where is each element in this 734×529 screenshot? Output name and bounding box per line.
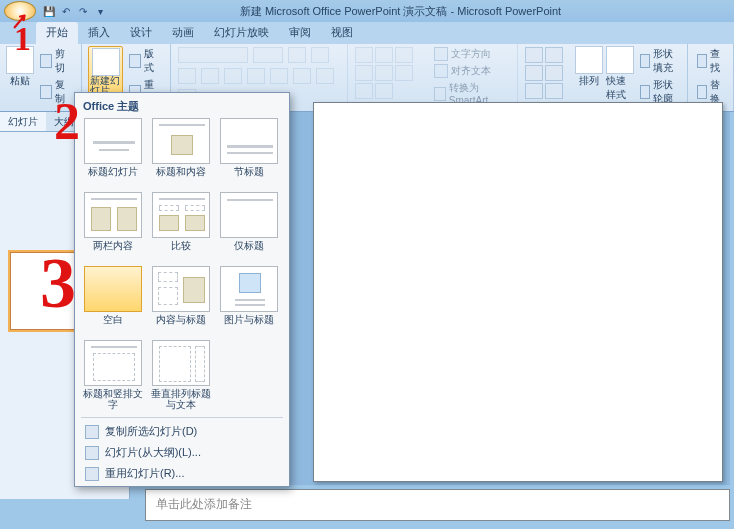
outline-icon [85, 446, 99, 460]
slide-editor[interactable] [313, 102, 723, 482]
layout-section-header[interactable]: 节标题 [215, 118, 283, 188]
align-center-icon[interactable] [395, 65, 413, 81]
shadow-icon[interactable] [270, 68, 288, 84]
gallery-separator [81, 417, 283, 418]
arrange-button[interactable]: 排列 [575, 46, 603, 88]
layout-content-caption[interactable]: 内容与标题 [147, 266, 215, 336]
new-slide-icon [92, 48, 120, 76]
find-button[interactable]: 查找 [694, 46, 727, 76]
layout-two-content[interactable]: 两栏内容 [79, 192, 147, 262]
spacing-icon[interactable] [293, 68, 311, 84]
quick-access-toolbar: 💾 ↶ ↷ ▾ [42, 4, 107, 18]
layout-blank[interactable]: 空白 [79, 266, 147, 336]
text-direction-button[interactable]: 文字方向 [431, 46, 511, 62]
copy-button[interactable]: 复制 [37, 77, 75, 107]
menu-reuse-slides[interactable]: 重用幻灯片(R)... [79, 463, 285, 484]
tab-view[interactable]: 视图 [321, 22, 363, 44]
case-icon[interactable] [316, 68, 334, 84]
text-direction-icon [434, 47, 448, 61]
align-text-icon [434, 64, 448, 78]
layout-comparison[interactable]: 比较 [147, 192, 215, 262]
bold-icon[interactable] [178, 68, 196, 84]
shape-fill-icon [640, 54, 650, 68]
shape-rect-icon[interactable] [545, 47, 563, 63]
font-size-box[interactable] [253, 47, 283, 63]
arrange-icon [575, 46, 603, 74]
columns-icon[interactable] [375, 83, 393, 99]
quick-styles-icon [606, 46, 634, 74]
layout-picture-caption[interactable]: 图片与标题 [215, 266, 283, 336]
shape-more-icon[interactable] [545, 83, 563, 99]
tab-review[interactable]: 审阅 [279, 22, 321, 44]
cut-icon [40, 54, 52, 68]
font-family-box[interactable] [178, 47, 248, 63]
italic-icon[interactable] [201, 68, 219, 84]
paste-button[interactable]: 粘贴 [6, 46, 34, 88]
layout-button[interactable]: 版式 [126, 46, 164, 76]
tab-slideshow[interactable]: 幻灯片放映 [204, 22, 279, 44]
layout-vertical-title-text[interactable]: 垂直排列标题与文本 [147, 340, 215, 410]
qat-dropdown-icon[interactable]: ▾ [93, 4, 107, 18]
shape-fill-button[interactable]: 形状填充 [637, 46, 681, 76]
group-paragraph: 文字方向 对齐文本 转换为 SmartArt 段落 [348, 44, 518, 111]
window-title: 新建 Microsoft Office PowerPoint 演示文稿 - Mi… [107, 4, 734, 19]
redo-icon[interactable]: ↷ [76, 4, 90, 18]
notes-pane[interactable]: 单击此处添加备注 [145, 489, 730, 521]
tab-insert[interactable]: 插入 [78, 22, 120, 44]
align-right-icon[interactable] [355, 83, 373, 99]
title-bar: 💾 ↶ ↷ ▾ 新建 Microsoft Office PowerPoint 演… [0, 0, 734, 22]
save-icon[interactable]: 💾 [42, 4, 56, 18]
undo-icon[interactable]: ↶ [59, 4, 73, 18]
group-drawing: 排列 快速样式 形状填充 形状轮廓 形状效果 绘图 [518, 44, 688, 111]
shape-arrow-icon[interactable] [525, 65, 543, 81]
layout-icon [129, 54, 141, 68]
gallery-title: Office 主题 [79, 97, 285, 118]
copy-icon [40, 85, 52, 99]
paste-icon [6, 46, 34, 74]
shape-brace-icon[interactable] [525, 83, 543, 99]
underline-icon[interactable] [224, 68, 242, 84]
new-slide-gallery: Office 主题 标题幻灯片 标题和内容 节标题 两栏内容 比较 仅标题 空白 [74, 92, 290, 487]
shape-oval-icon[interactable] [545, 65, 563, 81]
align-left-icon[interactable] [375, 65, 393, 81]
shape-outline-icon [640, 85, 650, 99]
numbering-icon[interactable] [375, 47, 393, 63]
layout-title-content[interactable]: 标题和内容 [147, 118, 215, 188]
bullets-icon[interactable] [355, 47, 373, 63]
gallery-grid: 标题幻灯片 标题和内容 节标题 两栏内容 比较 仅标题 空白 内容与标题 [79, 118, 285, 414]
tab-design[interactable]: 设计 [120, 22, 162, 44]
paste-label: 粘贴 [10, 74, 30, 88]
layout-title-vertical-text[interactable]: 标题和竖排文字 [79, 340, 147, 410]
cut-button[interactable]: 剪切 [37, 46, 75, 76]
menu-duplicate-slides[interactable]: 复制所选幻灯片(D) [79, 421, 285, 442]
layout-title-only[interactable]: 仅标题 [215, 192, 283, 262]
align-text-button[interactable]: 对齐文本 [431, 63, 511, 79]
tab-home[interactable]: 开始 [36, 22, 78, 44]
smartart-icon [434, 87, 446, 101]
shape-line-icon[interactable] [525, 47, 543, 63]
office-button[interactable] [4, 1, 36, 21]
menu-slides-from-outline[interactable]: 幻灯片(从大纲)(L)... [79, 442, 285, 463]
replace-icon [697, 85, 707, 99]
shrink-font-icon[interactable] [311, 47, 329, 63]
find-icon [697, 54, 707, 68]
new-slide-button[interactable]: 新建幻灯片 [88, 46, 123, 98]
group-editing: 查找 替换 选择 编辑 [688, 44, 734, 111]
group-clipboard: 粘贴 剪切 复制 格式刷 剪贴板 [0, 44, 82, 111]
ribbon-tabstrip: 开始 插入 设计 动画 幻灯片放映 审阅 视图 [0, 22, 734, 44]
strike-icon[interactable] [247, 68, 265, 84]
indent-dec-icon[interactable] [395, 47, 413, 63]
duplicate-icon [85, 425, 99, 439]
reuse-icon [85, 467, 99, 481]
tab-slides-thumbnails[interactable]: 幻灯片 [0, 112, 46, 131]
indent-inc-icon[interactable] [355, 65, 373, 81]
grow-font-icon[interactable] [288, 47, 306, 63]
layout-title-slide[interactable]: 标题幻灯片 [79, 118, 147, 188]
tab-animations[interactable]: 动画 [162, 22, 204, 44]
quick-styles-button[interactable]: 快速样式 [606, 46, 634, 102]
